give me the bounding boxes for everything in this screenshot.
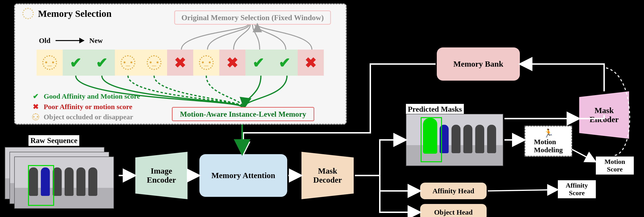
check-icon: ✔	[70, 54, 82, 71]
memory-frame-cell: ✖	[298, 49, 324, 76]
memory-selection-title: Memory Selection	[22, 8, 112, 19]
memory-frame-cell: ✔	[63, 49, 89, 76]
memory-frame-cell: •_•	[141, 49, 167, 76]
motion-score-tag: Motion Score	[596, 157, 634, 175]
raw-frame-thumb	[14, 157, 114, 209]
legend-bad-text: Poor Affinity or motion score	[44, 101, 132, 112]
original-memory-selection-box: Original Memory Selection (Fixed Window)	[174, 10, 331, 25]
runner-icon	[543, 128, 553, 138]
cross-icon: ✖	[174, 54, 186, 71]
legend-occluded-text: Object occluded or disappear	[44, 112, 133, 122]
memory-frame-cell: •_•	[115, 49, 141, 76]
neutral-face-icon: •_•	[32, 113, 40, 121]
gear-icon	[22, 8, 34, 19]
legend-row-bad: ✖ Poor Affinity or motion score	[32, 101, 140, 112]
memory-selection-title-text: Memory Selection	[38, 8, 112, 19]
image-encoder-label: Image Encoder	[147, 167, 176, 185]
object-head-label: Object Head	[434, 208, 472, 216]
motion-score-label: Motion Score	[604, 158, 625, 173]
predicted-masks-label: Predicted Masks	[406, 104, 464, 115]
memory-frame-cell: ✖	[167, 49, 193, 76]
affinity-head-block: Affinity Head	[420, 183, 486, 199]
motion-modeling-label: Motion Modeling	[534, 138, 563, 154]
predicted-masks-thumbnail	[406, 114, 503, 166]
memory-bank-label: Memory Bank	[454, 59, 504, 68]
neutral-face-icon: •_•	[147, 55, 162, 70]
affinity-head-label: Affinity Head	[432, 187, 474, 195]
legend-row-occluded: •_• Object occluded or disappear	[32, 112, 140, 122]
memory-frame-cell: ✔	[246, 49, 272, 76]
motion-modeling-block: Motion Modeling	[524, 126, 572, 157]
affinity-score-label: Affinity Score	[566, 182, 588, 197]
neutral-face-icon: •_•	[42, 55, 57, 70]
object-head-block: Object Head	[420, 204, 486, 217]
cross-icon: ✖	[305, 54, 317, 71]
memory-frame-cell: ✔	[89, 49, 115, 76]
mask-decoder-label: Mask Decoder	[313, 167, 342, 185]
cross-icon: ✖	[32, 103, 40, 110]
legend-row-good: ✔ Good Affinity and Motion score	[32, 91, 140, 101]
bounding-box-icon	[421, 117, 442, 162]
arrow-right-icon	[56, 40, 84, 41]
memory-bank-block: Memory Bank	[437, 47, 520, 81]
image-encoder-block: Image Encoder	[135, 152, 188, 199]
neutral-face-icon: •_•	[120, 55, 135, 70]
memory-frame-cell: ✖	[219, 49, 246, 76]
check-icon: ✔	[279, 54, 290, 71]
raw-sequence-label: Raw Sequence	[28, 135, 79, 146]
check-icon: ✔	[252, 54, 264, 71]
legend-good-text: Good Affinity and Motion score	[44, 91, 140, 101]
mask-decoder-block: Mask Decoder	[302, 152, 354, 199]
new-label: New	[89, 36, 103, 45]
memory-attention-block: Memory Attention	[200, 154, 287, 197]
cross-icon: ✖	[226, 54, 238, 71]
motion-aware-memory-label: Motion-Aware Instance-Level Memory	[180, 110, 306, 119]
mask-encoder-block: Mask Encoder	[579, 91, 629, 139]
old-new-axis: Old New	[39, 36, 103, 45]
original-memory-selection-label: Original Memory Selection (Fixed Window)	[181, 13, 324, 22]
raw-sequence-thumbnails	[5, 147, 116, 206]
check-icon: ✔	[96, 54, 108, 71]
check-icon: ✔	[32, 92, 40, 100]
motion-aware-memory-box: Motion-Aware Instance-Level Memory	[172, 107, 314, 121]
memory-attention-label: Memory Attention	[211, 171, 275, 180]
memory-frame-cell: •_•	[193, 49, 219, 76]
memory-frame-cell: •_•	[36, 49, 63, 76]
memory-frames-row: •_•✔✔•_••_•✖•_•✖✔✔✖	[36, 49, 324, 76]
affinity-score-tag: Affinity Score	[558, 180, 596, 198]
old-label: Old	[39, 36, 50, 45]
bounding-box-icon	[28, 165, 54, 206]
mask-encoder-label: Mask Encoder	[590, 106, 619, 124]
memory-legend: ✔ Good Affinity and Motion score ✖ Poor …	[32, 91, 140, 122]
memory-frame-cell: ✔	[272, 49, 298, 76]
memory-selection-panel: Memory Selection Original Memory Selecti…	[14, 3, 346, 125]
neutral-face-icon: •_•	[199, 55, 214, 70]
